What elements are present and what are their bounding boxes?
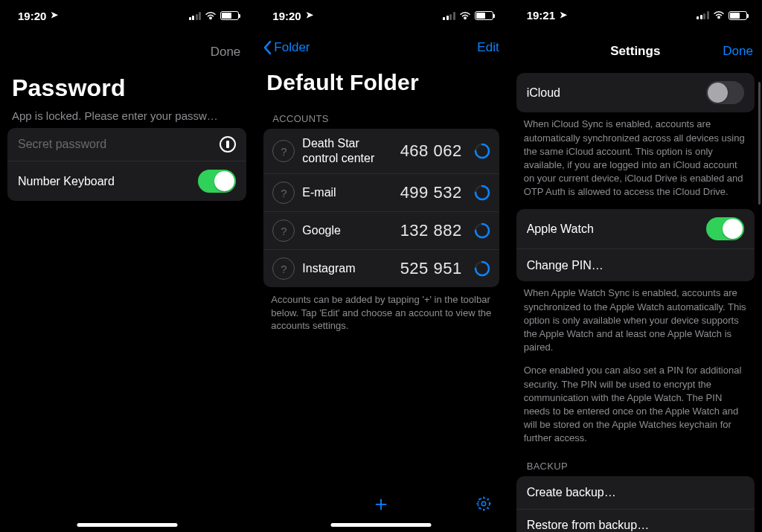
- cellular-icon: [189, 12, 202, 20]
- question-icon: ?: [272, 182, 295, 204]
- countdown-icon: [474, 222, 490, 239]
- settings-button[interactable]: [476, 496, 492, 512]
- account-code: 499 532: [400, 183, 462, 202]
- countdown-icon: [474, 185, 490, 201]
- status-time: 19:20: [18, 10, 46, 22]
- apple-watch-cell[interactable]: Apple Watch: [516, 209, 755, 249]
- number-keyboard-cell[interactable]: Number Keyboard: [7, 161, 246, 201]
- status-time: 19:20: [272, 10, 301, 22]
- nav-bar: Done: [0, 36, 254, 68]
- location-icon: ➤: [306, 10, 313, 20]
- battery-icon: [475, 11, 493, 20]
- icloud-label: iCloud: [527, 86, 560, 100]
- countdown-icon: [474, 143, 490, 159]
- account-name: Google: [302, 223, 392, 238]
- password-input[interactable]: [18, 138, 220, 151]
- status-bar: 19:20➤: [0, 0, 254, 31]
- icloud-description: When iCloud Sync is enabled, accounts ar…: [509, 112, 762, 209]
- question-icon: ?: [272, 140, 295, 162]
- account-name: E-mail: [302, 185, 392, 200]
- accounts-list: ? Death Star control center 468 062 ? E-…: [263, 129, 499, 287]
- home-indicator[interactable]: [77, 523, 177, 527]
- account-name: Death Star control center: [302, 136, 392, 166]
- account-name: Instagram: [302, 261, 392, 276]
- change-pin-label: Change PIN…: [527, 259, 603, 272]
- account-code: 468 062: [400, 141, 462, 161]
- cellular-icon: [697, 11, 709, 19]
- nav-bar: Folder Edit: [254, 31, 508, 64]
- icloud-cell[interactable]: iCloud: [516, 73, 755, 112]
- add-button[interactable]: ＋: [371, 490, 391, 518]
- battery-icon: [220, 11, 239, 20]
- chevron-left-icon: [263, 40, 272, 55]
- wifi-icon: [713, 9, 725, 22]
- password-input-cell[interactable]: [7, 128, 246, 161]
- backup-header: BACKUP: [509, 456, 762, 476]
- status-bar: 19:21➤: [509, 0, 762, 31]
- account-code: 132 882: [400, 221, 462, 240]
- number-keyboard-switch[interactable]: [198, 170, 236, 193]
- apple-watch-description-2: Once enabled you can also set a PIN for …: [509, 359, 762, 455]
- svg-point-8: [481, 501, 486, 506]
- accounts-header: ACCOUNTS: [254, 98, 508, 129]
- create-backup-label: Create backup…: [527, 486, 616, 499]
- account-row[interactable]: ? Death Star control center 468 062: [263, 129, 499, 173]
- done-button[interactable]: Done: [723, 44, 753, 59]
- password-manager-icon[interactable]: [220, 136, 236, 153]
- account-row[interactable]: ? Instagram 525 951: [263, 249, 499, 287]
- question-icon: ?: [272, 257, 295, 280]
- accounts-footer: Accounts can be added by tapping '+' in …: [254, 287, 508, 339]
- gear-icon: [476, 496, 492, 512]
- apple-watch-label: Apple Watch: [527, 222, 594, 236]
- nav-bar: Settings Done: [509, 35, 762, 67]
- location-icon: ➤: [51, 10, 58, 20]
- done-button[interactable]: Done: [211, 45, 241, 60]
- account-row[interactable]: ? Google 132 882: [263, 211, 499, 249]
- page-title: Password: [0, 68, 254, 105]
- wifi-icon: [459, 10, 471, 22]
- status-bar: 19:20➤: [254, 0, 508, 31]
- edit-button[interactable]: Edit: [477, 40, 499, 55]
- home-indicator[interactable]: [331, 523, 432, 527]
- status-time: 19:21: [527, 9, 555, 22]
- change-pin-cell[interactable]: Change PIN…: [516, 249, 755, 281]
- account-row[interactable]: ? E-mail 499 532: [263, 173, 499, 211]
- account-code: 525 951: [400, 259, 462, 278]
- question-icon: ?: [272, 219, 295, 242]
- location-icon: ➤: [560, 10, 567, 20]
- cellular-icon: [443, 12, 455, 20]
- wifi-icon: [205, 10, 217, 22]
- restore-backup-label: Restore from backup…: [527, 519, 650, 532]
- apple-watch-description-1: When Apple Watch Sync is enabled, accoun…: [509, 281, 762, 359]
- apple-watch-switch[interactable]: [706, 217, 744, 240]
- restore-backup-cell[interactable]: Restore from backup…: [516, 509, 755, 533]
- icloud-switch[interactable]: [706, 81, 744, 104]
- countdown-icon: [474, 260, 490, 277]
- create-backup-cell[interactable]: Create backup…: [516, 476, 755, 509]
- toolbar: ＋: [254, 486, 508, 522]
- lock-hint: App is locked. Please enter your passw…: [0, 105, 254, 128]
- page-title: Default Folder: [254, 64, 508, 98]
- back-label: Folder: [274, 40, 310, 55]
- battery-icon: [729, 11, 747, 20]
- back-button[interactable]: Folder: [263, 40, 310, 55]
- scroll-indicator[interactable]: [758, 82, 761, 205]
- number-keyboard-label: Number Keyboard: [18, 175, 115, 188]
